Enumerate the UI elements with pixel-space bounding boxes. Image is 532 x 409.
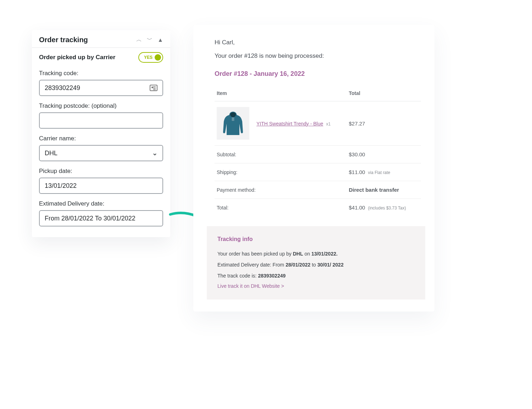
chevron-up-icon[interactable]: ︿: [136, 36, 142, 44]
total-row: Total: $41.00 (includes $3.73 Tax): [215, 199, 421, 217]
total-note: (includes $3.73 Tax): [368, 206, 406, 211]
shipping-label: Shipping:: [215, 163, 347, 181]
tracking-line-1: Your order has been picked up by DHL on …: [217, 250, 415, 258]
carrier-picked-up-row: Order picked up by Carrier YES: [39, 52, 163, 63]
shipping-row: Shipping: $11.00 via Flat rate: [215, 163, 421, 181]
chevron-down-icon: ⌄: [152, 149, 157, 157]
carrier-value: DHL: [45, 150, 57, 157]
panel-title: Order tracking: [39, 36, 88, 44]
toggle-knob: [155, 54, 161, 61]
tracking-info-title: Tracking info: [217, 236, 415, 242]
panel-header: Order tracking ︿ ﹀ ▲: [32, 30, 170, 48]
total-label: Total:: [215, 199, 347, 217]
shipping-via: via Flat rate: [368, 170, 390, 175]
collapse-icon[interactable]: ▲: [157, 37, 163, 43]
chevron-down-icon[interactable]: ﹀: [147, 36, 153, 44]
email-greeting: Hi Carl,: [215, 39, 421, 46]
payment-row: Payment method: Direct bank transfer: [215, 181, 421, 199]
payment-value: Direct bank transfer: [347, 181, 421, 199]
est-delivery-value: From 28/01/2022 To 30/01/2022: [45, 215, 135, 222]
subtotal-row: Subtotal: $30.00: [215, 146, 421, 163]
est-delivery-input[interactable]: From 28/01/2022 To 30/01/2022: [39, 210, 163, 226]
pickup-date-value: 13/01/2022: [45, 182, 77, 190]
panel-body: Order picked up by Carrier YES Tracking …: [32, 48, 170, 237]
order-email-preview: Hi Carl, Your order #128 is now being pr…: [193, 25, 434, 312]
subtotal-value: $30.00: [347, 146, 421, 163]
est-delivery-field: Extimated Delivery date: From 28/01/2022…: [39, 200, 163, 226]
total-value: $41.00: [349, 204, 365, 211]
subtotal-label: Subtotal:: [215, 146, 347, 163]
email-status-line: Your order #128 is now being processed:: [215, 52, 421, 60]
order-items-table: Item Total: [215, 86, 421, 216]
carrier-toggle-label: Order picked up by Carrier: [39, 54, 115, 61]
carrier-name-field: Carrier name: DHL ⌄: [39, 135, 163, 161]
postcode-input[interactable]: [39, 112, 163, 129]
shipping-value: $11.00: [349, 169, 365, 175]
id-card-icon: [150, 85, 157, 91]
col-total: Total: [347, 86, 421, 101]
pickup-date-label: Pickup date:: [39, 168, 163, 175]
tracking-code-value: 2839302249: [45, 84, 80, 92]
payment-label: Payment method:: [215, 181, 347, 199]
tracking-code-label: Tracking code:: [39, 70, 163, 77]
carrier-name-label: Carrier name:: [39, 135, 163, 142]
email-heading: Order #128 - January 16, 2022: [215, 70, 421, 78]
pickup-date-field: Pickup date: 13/01/2022: [39, 168, 163, 194]
product-row: YITH Sweatshirt Trendy - Blue x1 $27.27: [215, 101, 421, 146]
est-delivery-label: Extimated Delivery date:: [39, 200, 163, 207]
tracking-info-box: Tracking info Your order has been picked…: [207, 226, 425, 299]
pickup-date-input[interactable]: 13/01/2022: [39, 178, 163, 194]
panel-header-controls: ︿ ﹀ ▲: [136, 36, 163, 44]
hoodie-icon: [220, 110, 246, 137]
order-tracking-panel: Order tracking ︿ ﹀ ▲ Order picked up by …: [32, 30, 170, 237]
toggle-state-text: YES: [144, 55, 153, 60]
product-link[interactable]: YITH Sweatshirt Trendy - Blue: [256, 121, 323, 127]
carrier-toggle[interactable]: YES: [138, 52, 163, 63]
tracking-code-field: Tracking code: 2839302249: [39, 70, 163, 96]
postcode-label: Tracking postcode: (optional): [39, 102, 163, 110]
carrier-select[interactable]: DHL ⌄: [39, 145, 163, 161]
tracking-line-3: The track code is: 2839302249: [217, 272, 415, 280]
product-thumbnail: [217, 107, 249, 140]
col-item: Item: [215, 86, 347, 101]
tracking-line-2: Extimated Delivery date: From 28/01/2022…: [217, 261, 415, 269]
product-qty: x1: [326, 122, 331, 127]
postcode-field: Tracking postcode: (optional): [39, 102, 163, 129]
product-price: $27.27: [347, 101, 421, 146]
live-track-link[interactable]: Live track it on DHL Website >: [217, 283, 415, 289]
tracking-code-input[interactable]: 2839302249: [39, 80, 163, 96]
